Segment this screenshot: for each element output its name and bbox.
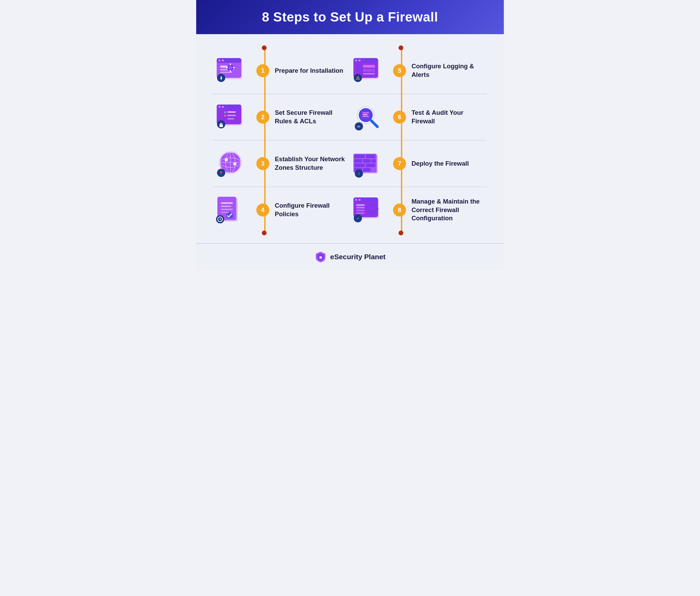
svg-rect-98 — [377, 208, 378, 210]
svg-point-20 — [222, 106, 224, 108]
step-2-label: Set Secure Firewall Rules & ACLs — [275, 109, 350, 126]
right-timeline-pin-bottom — [399, 231, 403, 235]
step-8-number: 8 — [393, 204, 406, 217]
svg-rect-91 — [356, 210, 365, 211]
svg-text:✗: ✗ — [224, 115, 226, 117]
svg-line-68 — [372, 121, 377, 127]
step-4-number: 4 — [256, 204, 269, 217]
step-3-label: Establish Your Network Zones Structure — [275, 155, 350, 172]
svg-rect-81 — [363, 168, 371, 171]
svg-point-87 — [355, 199, 357, 201]
svg-rect-97 — [366, 208, 368, 210]
browser-gear-svg: ✓ — [353, 196, 385, 224]
svg-rect-11 — [230, 70, 231, 72]
step-3: 📍 3 Establish Your Network Zones Structu… — [213, 141, 350, 187]
svg-point-9 — [229, 66, 232, 69]
svg-rect-29 — [219, 124, 223, 127]
svg-text:✏: ✏ — [357, 124, 361, 129]
step-1-number: 1 — [256, 64, 269, 77]
step-3-icon: 📍 — [213, 148, 251, 179]
svg-rect-66 — [363, 116, 369, 117]
step-7-label: Deploy the Firewall — [412, 160, 487, 168]
svg-rect-73 — [354, 155, 365, 158]
svg-rect-96 — [371, 213, 373, 215]
search-audit-svg: ✏ — [353, 103, 385, 131]
step-6-icon: ✏ — [350, 102, 388, 133]
right-timeline-pin-top — [399, 45, 403, 50]
browser-settings-svg: ⬇ — [216, 57, 248, 85]
step-6-number: 6 — [393, 111, 406, 124]
svg-rect-77 — [372, 159, 376, 163]
svg-rect-56 — [363, 69, 375, 72]
svg-rect-76 — [363, 159, 371, 163]
svg-text:✓: ✓ — [224, 111, 226, 113]
svg-text:⬇: ⬇ — [219, 76, 223, 81]
svg-point-4 — [222, 59, 224, 61]
svg-rect-42 — [221, 202, 233, 204]
step-1-icon: ⬇ — [213, 55, 251, 86]
step-7: ↑ 7 Deploy the Firewall — [350, 141, 487, 187]
svg-rect-27 — [227, 118, 234, 120]
svg-point-36 — [225, 158, 228, 162]
svg-point-3 — [218, 59, 220, 61]
steps-grid: ⬇ 1 Prepare for Installation — [213, 48, 487, 233]
svg-rect-65 — [363, 114, 367, 115]
svg-rect-78 — [354, 164, 365, 167]
step-7-number: 7 — [393, 157, 406, 170]
svg-rect-57 — [357, 65, 362, 72]
svg-point-19 — [218, 106, 220, 108]
step-2: ✓ ✗ 2 Set Secure Firewall Ru — [213, 94, 350, 141]
page-title: 8 Steps to Set Up a Firewall — [210, 10, 490, 25]
svg-point-37 — [233, 162, 237, 166]
right-column: ⚠ 5 Configure Logging & Alerts — [350, 48, 487, 233]
step-4-icon — [213, 195, 251, 225]
svg-text:⚠: ⚠ — [356, 75, 360, 81]
svg-rect-58 — [363, 73, 375, 74]
brand-icon — [314, 251, 327, 263]
step-5-icon: ⚠ — [350, 55, 388, 86]
svg-rect-13 — [233, 67, 234, 68]
svg-rect-26 — [227, 115, 236, 116]
svg-rect-74 — [366, 155, 375, 158]
svg-point-103 — [319, 256, 322, 259]
step-8-label: Manage & Maintain the Correct Firewall C… — [412, 197, 487, 223]
svg-rect-7 — [220, 72, 232, 73]
svg-text:📍: 📍 — [219, 171, 224, 176]
svg-rect-89 — [356, 204, 365, 206]
left-timeline-pin-top — [262, 45, 267, 50]
brand-name: eSecurity Planet — [330, 253, 386, 261]
svg-text:✓: ✓ — [356, 216, 360, 221]
svg-rect-75 — [354, 159, 362, 163]
svg-rect-90 — [356, 207, 365, 208]
svg-point-54 — [359, 59, 361, 61]
footer: eSecurity Planet — [196, 243, 504, 270]
svg-rect-55 — [363, 65, 375, 68]
main-content: ⬇ 1 Prepare for Installation — [196, 34, 504, 243]
step-1: ⬇ 1 Prepare for Installation — [213, 48, 350, 94]
svg-rect-64 — [363, 112, 369, 113]
svg-rect-43 — [221, 206, 231, 207]
step-4-label: Configure Firewall Policies — [275, 202, 350, 219]
step-8: ✓ 8 Manage & Maintain the Correct Firewa… — [350, 187, 487, 233]
checklist-lock-svg: ✓ ✗ — [216, 103, 248, 131]
step-5-number: 5 — [393, 64, 406, 77]
header: 8 Steps to Set Up a Firewall — [196, 0, 504, 34]
svg-point-88 — [359, 199, 361, 201]
step-4: 4 Configure Firewall Policies — [213, 187, 350, 233]
svg-rect-95 — [371, 203, 373, 205]
step-6-label: Test & Audit Your Firewall — [412, 109, 487, 126]
step-2-number: 2 — [256, 111, 269, 124]
step-8-icon: ✓ — [350, 195, 388, 225]
step-2-icon: ✓ ✗ — [213, 102, 251, 133]
svg-rect-79 — [366, 164, 375, 167]
brick-wall-svg: ↑ — [353, 150, 385, 178]
svg-rect-44 — [221, 209, 233, 210]
svg-text:↑: ↑ — [358, 171, 360, 176]
brand-logo: eSecurity Planet — [314, 251, 386, 263]
left-timeline-pin-bottom — [262, 231, 267, 235]
svg-rect-23 — [227, 111, 236, 113]
globe-location-svg: 📍 — [216, 150, 248, 178]
svg-point-53 — [355, 59, 357, 61]
svg-rect-10 — [230, 64, 231, 65]
step-7-icon: ↑ — [350, 148, 388, 179]
